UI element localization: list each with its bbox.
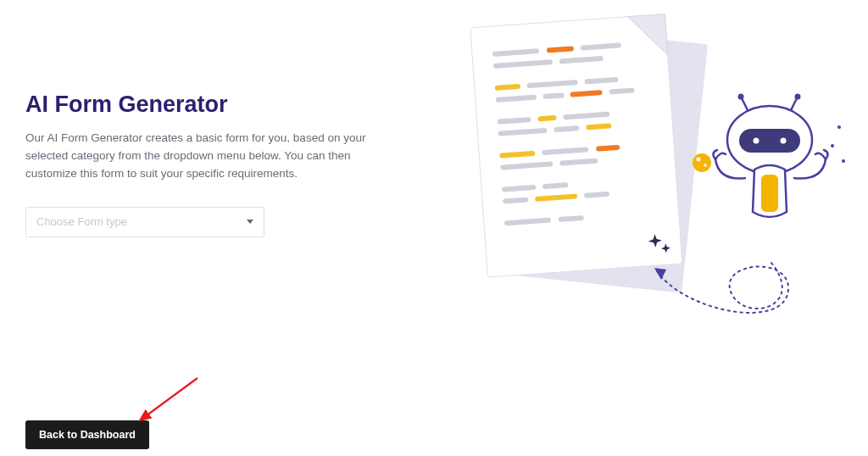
svg-rect-42 — [761, 175, 778, 212]
back-to-dashboard-button[interactable]: Back to Dashboard — [25, 420, 149, 449]
svg-rect-39 — [739, 129, 800, 153]
svg-point-37 — [795, 94, 801, 100]
hero-illustration — [432, 8, 865, 364]
svg-point-44 — [697, 158, 701, 162]
page-description: Our AI Form Generator creates a basic fo… — [25, 130, 398, 183]
content-area: AI Form Generator Our AI Form Generator … — [25, 92, 398, 237]
svg-point-46 — [837, 125, 841, 129]
svg-point-43 — [693, 153, 711, 172]
svg-point-35 — [738, 94, 744, 100]
form-type-select[interactable]: Choose Form type — [25, 207, 264, 237]
form-type-select-placeholder: Choose Form type — [36, 215, 127, 228]
svg-point-40 — [754, 138, 760, 144]
svg-point-45 — [704, 164, 707, 167]
illustration-svg — [432, 8, 865, 364]
svg-point-47 — [831, 144, 834, 147]
chevron-down-icon — [247, 220, 253, 224]
svg-point-48 — [842, 159, 845, 163]
svg-line-1 — [140, 378, 198, 420]
svg-point-41 — [781, 138, 787, 144]
page-title: AI Form Generator — [25, 92, 398, 118]
